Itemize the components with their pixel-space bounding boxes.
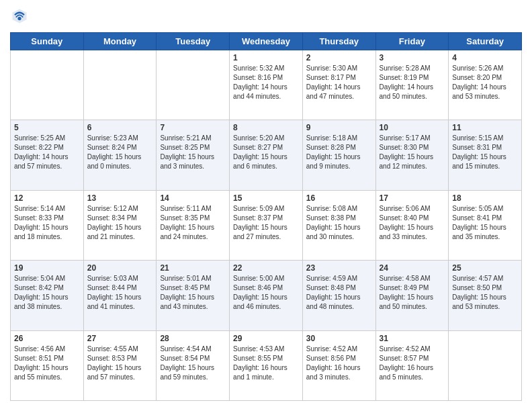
day-number: 18: [452, 193, 518, 203]
day-number: 25: [452, 263, 518, 273]
weekday-header-saturday: Saturday: [449, 33, 522, 50]
day-info: Sunrise: 5:05 AMSunset: 8:41 PMDaylight:…: [452, 204, 518, 242]
calendar-cell: 19Sunrise: 5:04 AMSunset: 8:42 PMDayligh…: [11, 261, 84, 330]
day-info: Sunrise: 5:06 AMSunset: 8:40 PMDaylight:…: [380, 204, 445, 242]
week-row-2: 5Sunrise: 5:25 AMSunset: 8:22 PMDaylight…: [11, 120, 522, 190]
day-number: 26: [14, 334, 80, 343]
calendar-cell: 28Sunrise: 4:54 AMSunset: 8:54 PMDayligh…: [157, 330, 230, 400]
calendar-cell: 22Sunrise: 5:00 AMSunset: 8:46 PMDayligh…: [230, 261, 303, 330]
day-number: 30: [306, 334, 372, 343]
day-info: Sunrise: 5:28 AMSunset: 8:19 PMDaylight:…: [380, 64, 445, 101]
day-info: Sunrise: 4:56 AMSunset: 8:51 PMDaylight:…: [14, 345, 80, 382]
calendar-table: SundayMondayTuesdayWednesdayThursdayFrid…: [10, 32, 522, 401]
calendar-cell: [449, 330, 522, 400]
calendar-cell: 13Sunrise: 5:12 AMSunset: 8:34 PMDayligh…: [83, 190, 157, 260]
day-number: 6: [87, 123, 153, 132]
calendar-cell: 11Sunrise: 5:15 AMSunset: 8:31 PMDayligh…: [449, 120, 522, 190]
weekday-header-monday: Monday: [83, 33, 157, 50]
calendar-cell: 16Sunrise: 5:08 AMSunset: 8:38 PMDayligh…: [302, 190, 375, 260]
day-info: Sunrise: 5:26 AMSunset: 8:20 PMDaylight:…: [452, 64, 518, 101]
day-info: Sunrise: 5:25 AMSunset: 8:22 PMDaylight:…: [14, 134, 80, 171]
weekday-header-tuesday: Tuesday: [157, 33, 230, 50]
day-info: Sunrise: 5:08 AMSunset: 8:38 PMDaylight:…: [306, 204, 372, 242]
day-info: Sunrise: 4:52 AMSunset: 8:56 PMDaylight:…: [306, 345, 372, 382]
calendar-cell: 5Sunrise: 5:25 AMSunset: 8:22 PMDaylight…: [11, 120, 84, 190]
day-number: 14: [160, 193, 226, 203]
day-number: 8: [233, 123, 299, 132]
day-number: 19: [14, 263, 80, 273]
day-number: 2: [306, 53, 372, 62]
calendar-cell: 9Sunrise: 5:18 AMSunset: 8:28 PMDaylight…: [302, 120, 375, 190]
weekday-header-row: SundayMondayTuesdayWednesdayThursdayFrid…: [11, 33, 522, 50]
day-info: Sunrise: 5:14 AMSunset: 8:33 PMDaylight:…: [14, 204, 80, 242]
day-info: Sunrise: 5:01 AMSunset: 8:45 PMDaylight:…: [160, 274, 226, 312]
week-row-4: 19Sunrise: 5:04 AMSunset: 8:42 PMDayligh…: [11, 261, 522, 330]
day-number: 12: [14, 193, 80, 203]
calendar-cell: [157, 50, 230, 120]
day-info: Sunrise: 5:12 AMSunset: 8:34 PMDaylight:…: [87, 204, 153, 242]
day-number: 15: [233, 193, 299, 203]
weekday-header-thursday: Thursday: [302, 33, 375, 50]
day-info: Sunrise: 5:18 AMSunset: 8:28 PMDaylight:…: [306, 134, 372, 171]
day-number: 7: [160, 123, 226, 132]
weekday-header-sunday: Sunday: [11, 33, 84, 50]
day-number: 21: [160, 263, 226, 273]
weekday-header-friday: Friday: [375, 33, 449, 50]
calendar-cell: 26Sunrise: 4:56 AMSunset: 8:51 PMDayligh…: [11, 330, 84, 400]
day-info: Sunrise: 5:15 AMSunset: 8:31 PMDaylight:…: [452, 134, 518, 171]
weekday-header-wednesday: Wednesday: [230, 33, 303, 50]
day-info: Sunrise: 5:17 AMSunset: 8:30 PMDaylight:…: [380, 134, 445, 171]
day-info: Sunrise: 4:52 AMSunset: 8:57 PMDaylight:…: [380, 345, 445, 382]
calendar-cell: 29Sunrise: 4:53 AMSunset: 8:55 PMDayligh…: [230, 330, 303, 400]
calendar-cell: 7Sunrise: 5:21 AMSunset: 8:25 PMDaylight…: [157, 120, 230, 190]
day-info: Sunrise: 4:54 AMSunset: 8:54 PMDaylight:…: [160, 345, 226, 382]
day-info: Sunrise: 4:57 AMSunset: 8:50 PMDaylight:…: [452, 274, 518, 312]
day-info: Sunrise: 5:20 AMSunset: 8:27 PMDaylight:…: [233, 134, 299, 171]
day-info: Sunrise: 4:53 AMSunset: 8:55 PMDaylight:…: [233, 345, 299, 382]
calendar-cell: 15Sunrise: 5:09 AMSunset: 8:37 PMDayligh…: [230, 190, 303, 260]
calendar-cell: [11, 50, 84, 120]
day-info: Sunrise: 5:04 AMSunset: 8:42 PMDaylight:…: [14, 274, 80, 312]
day-number: 16: [306, 193, 372, 203]
calendar-cell: 10Sunrise: 5:17 AMSunset: 8:30 PMDayligh…: [375, 120, 449, 190]
day-info: Sunrise: 5:21 AMSunset: 8:25 PMDaylight:…: [160, 134, 226, 171]
calendar-cell: 2Sunrise: 5:30 AMSunset: 8:17 PMDaylight…: [302, 50, 375, 120]
day-number: 29: [233, 334, 299, 343]
day-number: 27: [87, 334, 153, 343]
day-info: Sunrise: 5:00 AMSunset: 8:46 PMDaylight:…: [233, 274, 299, 312]
calendar-cell: 12Sunrise: 5:14 AMSunset: 8:33 PMDayligh…: [11, 190, 84, 260]
day-info: Sunrise: 5:11 AMSunset: 8:35 PMDaylight:…: [160, 204, 226, 242]
svg-point-1: [17, 17, 21, 20]
calendar-cell: 23Sunrise: 4:59 AMSunset: 8:48 PMDayligh…: [302, 261, 375, 330]
page: SundayMondayTuesdayWednesdayThursdayFrid…: [0, 0, 532, 411]
day-info: Sunrise: 4:58 AMSunset: 8:49 PMDaylight:…: [380, 274, 445, 312]
day-info: Sunrise: 5:03 AMSunset: 8:44 PMDaylight:…: [87, 274, 153, 312]
day-number: 20: [87, 263, 153, 273]
calendar-cell: 14Sunrise: 5:11 AMSunset: 8:35 PMDayligh…: [157, 190, 230, 260]
calendar-cell: 24Sunrise: 4:58 AMSunset: 8:49 PMDayligh…: [375, 261, 449, 330]
calendar-cell: 30Sunrise: 4:52 AMSunset: 8:56 PMDayligh…: [302, 330, 375, 400]
day-number: 23: [306, 263, 372, 273]
week-row-5: 26Sunrise: 4:56 AMSunset: 8:51 PMDayligh…: [11, 330, 522, 400]
day-info: Sunrise: 5:30 AMSunset: 8:17 PMDaylight:…: [306, 64, 372, 101]
day-info: Sunrise: 5:09 AMSunset: 8:37 PMDaylight:…: [233, 204, 299, 242]
calendar-cell: 21Sunrise: 5:01 AMSunset: 8:45 PMDayligh…: [157, 261, 230, 330]
day-info: Sunrise: 5:23 AMSunset: 8:24 PMDaylight:…: [87, 134, 153, 171]
calendar-cell: 8Sunrise: 5:20 AMSunset: 8:27 PMDaylight…: [230, 120, 303, 190]
day-number: 13: [87, 193, 153, 203]
day-number: 3: [380, 53, 445, 62]
day-info: Sunrise: 4:55 AMSunset: 8:53 PMDaylight:…: [87, 345, 153, 382]
day-info: Sunrise: 5:32 AMSunset: 8:16 PMDaylight:…: [233, 64, 299, 101]
logo-icon: [10, 7, 29, 26]
calendar-cell: 17Sunrise: 5:06 AMSunset: 8:40 PMDayligh…: [375, 190, 449, 260]
day-number: 1: [233, 53, 299, 62]
calendar-cell: 25Sunrise: 4:57 AMSunset: 8:50 PMDayligh…: [449, 261, 522, 330]
calendar-cell: 4Sunrise: 5:26 AMSunset: 8:20 PMDaylight…: [449, 50, 522, 120]
calendar-cell: 20Sunrise: 5:03 AMSunset: 8:44 PMDayligh…: [83, 261, 157, 330]
day-number: 10: [380, 123, 445, 132]
day-number: 17: [380, 193, 445, 203]
day-number: 28: [160, 334, 226, 343]
week-row-1: 1Sunrise: 5:32 AMSunset: 8:16 PMDaylight…: [11, 50, 522, 120]
calendar-cell: 6Sunrise: 5:23 AMSunset: 8:24 PMDaylight…: [83, 120, 157, 190]
logo: [10, 7, 32, 26]
